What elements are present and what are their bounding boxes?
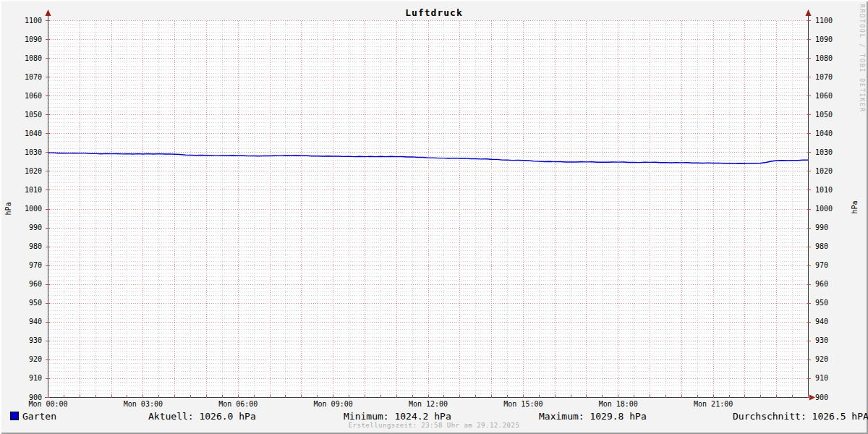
stat-maximum: Maximum: 1029.8 hPa	[539, 411, 647, 422]
y-tick-label-right: 940	[815, 318, 859, 326]
y-tick-label-right: 1080	[815, 54, 859, 63]
y-tick-label-left: 990	[0, 224, 42, 232]
y-tick-label-right: 1090	[815, 35, 859, 44]
y-tick-label-left: 970	[0, 261, 42, 270]
creation-timestamp: Erstellungszeit: 23:58 Uhr am 29.12.2025	[0, 422, 868, 429]
stat-minimum: Minimum: 1024.2 hPa	[344, 411, 451, 422]
y-tick-label-left: 940	[0, 318, 42, 326]
stat-average: Durchschnitt: 1026.5 hPA	[733, 411, 868, 422]
y-tick-label-right: 1060	[815, 92, 859, 101]
y-axis-unit-left: hPa	[4, 198, 12, 220]
y-tick-label-left: 1100	[0, 17, 42, 25]
y-tick-label-left: 1040	[0, 129, 42, 138]
y-tick-label-right: 980	[815, 242, 859, 251]
y-tick-label-left: 1010	[0, 186, 42, 195]
y-tick-label-right: 1030	[815, 148, 859, 157]
y-tick-label-left: 1020	[0, 167, 42, 176]
y-tick-label-right: 1010	[815, 186, 859, 195]
y-tick-label-right: 930	[815, 336, 859, 345]
y-tick-label-left: 1070	[0, 73, 42, 82]
y-tick-label-right: 970	[815, 261, 859, 270]
stat-current: Aktuell: 1026.0 hPa	[148, 411, 256, 422]
y-tick-label-right: 1100	[815, 17, 859, 25]
y-tick-label-right: 1040	[815, 129, 859, 138]
x-tick-label: Mon 18:00	[575, 400, 662, 409]
x-tick-label: Mon 03:00	[100, 400, 187, 409]
y-tick-label-right: 920	[815, 355, 859, 364]
x-tick-label: Mon 15:00	[480, 400, 566, 409]
y-tick-label-left: 1050	[0, 111, 42, 119]
series-legend-label: Garten	[22, 411, 56, 422]
y-tick-label-right: 900	[815, 393, 859, 402]
y-tick-label-right: 1050	[815, 111, 859, 119]
legend-row: Garten Aktuell: 1026.0 hPa Minimum: 1024…	[0, 411, 868, 421]
y-tick-label-right: 910	[815, 374, 859, 383]
series-color-swatch	[10, 412, 19, 420]
y-tick-label-left: 1030	[0, 148, 42, 157]
y-tick-label-left: 950	[0, 299, 42, 307]
y-tick-label-left: 910	[0, 374, 42, 383]
x-tick-label: Mon 06:00	[195, 400, 281, 409]
y-tick-label-right: 1070	[815, 73, 859, 82]
y-tick-label-left: 1090	[0, 35, 42, 44]
y-axis-unit-right: hPa	[851, 197, 859, 218]
y-tick-label-right: 990	[815, 224, 859, 232]
x-tick-label: Mon 21:00	[670, 400, 757, 409]
y-tick-label-left: 920	[0, 355, 42, 364]
y-tick-label-left: 1080	[0, 54, 42, 63]
y-tick-label-left: 980	[0, 242, 42, 251]
y-tick-label-right: 1020	[815, 167, 859, 176]
y-tick-label-left: 1060	[0, 92, 42, 101]
y-tick-label-right: 950	[815, 299, 859, 307]
pressure-line-chart	[0, 0, 868, 434]
y-tick-label-left: 930	[0, 336, 42, 345]
y-tick-label-right: 960	[815, 280, 859, 289]
x-tick-label: Mon 00:00	[5, 400, 92, 409]
x-tick-label: Mon 09:00	[290, 400, 377, 409]
rrdtool-graph-image: Luftdruck 900900910910920920930930940940…	[0, 0, 868, 434]
rrdtool-watermark: RRDTOOL / TOBI OETIKER	[859, 4, 865, 113]
x-tick-label: Mon 12:00	[385, 400, 472, 409]
y-tick-label-left: 960	[0, 280, 42, 289]
